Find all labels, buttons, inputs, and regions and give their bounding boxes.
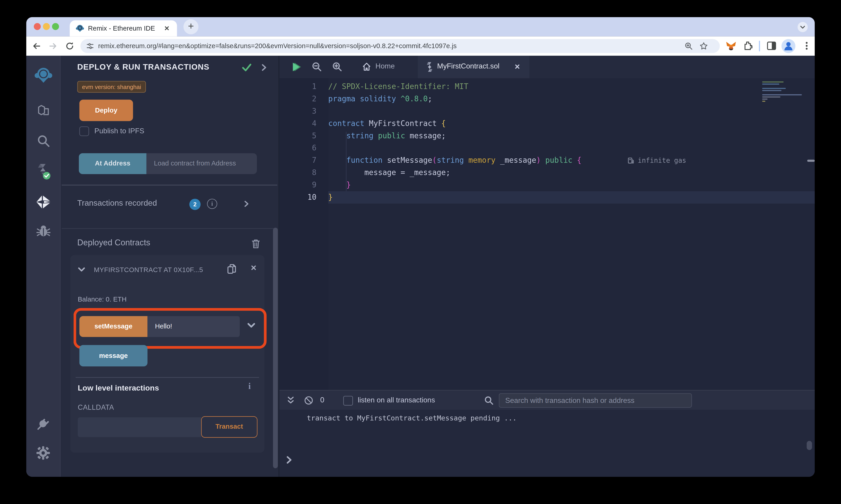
copy-address-icon[interactable] [227,264,237,274]
browser-tab[interactable]: Remix - Ethereum IDE ✕ [70,20,177,36]
minimap[interactable] [762,82,804,103]
load-contract-input[interactable]: Load contract from Address [147,153,257,174]
setmessage-button[interactable]: setMessage [79,316,148,337]
remove-contract-icon[interactable]: ✕ [251,264,257,272]
transactions-recorded-label: Transactions recorded [77,198,157,207]
back-icon[interactable] [32,41,41,51]
run-script-play-icon[interactable] [291,62,302,72]
metamask-extension-icon[interactable] [725,41,736,51]
reload-icon[interactable] [65,41,74,51]
side-panel-icon[interactable] [767,41,777,51]
home-icon [362,62,371,71]
zoom-out-icon[interactable] [312,61,322,72]
settings-gear-icon[interactable] [26,446,60,460]
calldata-input[interactable] [78,417,201,437]
search-icon[interactable] [26,134,60,148]
profile-avatar[interactable] [782,39,795,53]
terminal-output[interactable]: transact to MyFirstContract.setMessage p… [279,410,815,476]
zoom-in-icon[interactable] [332,61,342,72]
low-level-interactions-label: Low level interactions [78,383,159,392]
code-line: 10} [279,191,815,204]
browser-tab-strip: Remix - Ethereum IDE ✕ + [26,17,815,36]
terminal: 0 listen on all transactions Search with… [278,390,815,477]
deploy-run-panel: DEPLOY & RUN TRANSACTIONS evm version: s… [61,56,278,477]
contract-title[interactable]: MYFIRSTCONTRACT AT 0X10F...5 [94,266,223,274]
listen-all-label[interactable]: listen on all transactions [358,396,435,404]
maximize-window-button[interactable] [52,23,59,30]
site-settings-icon[interactable] [86,42,94,50]
line-number: 8 [279,167,316,179]
debugger-icon[interactable] [26,224,60,238]
new-tab-button[interactable]: + [184,19,199,34]
tab-myfirstcontract-label: MyFirstContract.sol [437,62,500,70]
terminal-scrollbar-thumb[interactable] [807,441,812,450]
pending-tx-count: 0 [320,395,324,404]
remix-app: DEPLOY & RUN TRANSACTIONS evm version: s… [26,56,815,477]
browser-menu-icon[interactable] [802,41,811,51]
url-text[interactable]: remix.ethereum.org/#lang=en&optimize=fal… [98,42,457,50]
setmessage-input[interactable]: Hello! [148,316,240,337]
low-level-info-icon[interactable]: i [248,381,251,391]
clear-deployed-trash-icon[interactable] [252,239,260,249]
editor-region: Home MyFirstContract.sol ✕ 1// SPDX-Lice… [278,56,815,390]
solidity-compiler-icon[interactable] [26,163,60,180]
transact-button[interactable]: Transact [201,416,257,438]
tab-close-icon[interactable]: ✕ [514,63,520,71]
browser-toolbar: remix.ethereum.org/#lang=en&optimize=fal… [26,37,815,56]
calldata-label: CALLDATA [78,403,114,411]
transactions-info-icon[interactable]: i [207,199,217,209]
message-button[interactable]: message [79,345,148,366]
solidity-file-icon [425,61,434,72]
terminal-log-line: transact to MyFirstContract.setMessage p… [307,414,516,422]
line-number: 2 [279,93,316,105]
tab-close-icon[interactable]: ✕ [164,25,170,32]
publish-ipfs-label[interactable]: Publish to IPFS [95,127,144,135]
listen-all-checkbox[interactable] [343,396,353,406]
deploy-button[interactable]: Deploy [79,100,133,121]
panel-scrollbar-thumb[interactable] [273,228,278,468]
line-number: 7 [279,154,316,167]
extensions-puzzle-icon[interactable] [743,41,753,51]
transactions-expand-chevron-icon[interactable] [244,200,249,208]
deployed-contracts-label: Deployed Contracts [77,238,150,248]
zoom-page-icon[interactable] [684,42,693,51]
setmessage-expand-chevron-icon[interactable] [247,323,255,328]
code-line: 2pragma solidity ^0.8.0; [279,93,815,105]
url-bar[interactable]: remix.ethereum.org/#lang=en&optimize=fal… [81,39,720,53]
clear-console-icon[interactable] [304,396,313,405]
terminal-search-icon [484,396,493,405]
close-window-button[interactable] [34,23,41,30]
panel-expand-chevron-icon[interactable] [261,64,267,71]
card-divider [76,377,259,378]
remix-logo-icon[interactable] [26,67,60,85]
plugin-manager-icon[interactable] [26,416,60,431]
deploy-and-run-icon[interactable] [26,194,60,210]
panel-divider [62,228,277,229]
publish-ipfs-checkbox[interactable] [79,126,89,136]
tab-myfirstcontract[interactable]: MyFirstContract.sol ✕ [418,56,529,78]
code-line: 5 string public message; [279,130,815,142]
contract-collapse-chevron-icon[interactable] [78,267,85,272]
editor-scrollbar-marker[interactable] [807,160,815,162]
transactions-count-badge: 2 [189,199,201,210]
code-line: 7 function setMessage(string memory _mes… [279,154,815,167]
line-number: 9 [279,179,316,191]
deployed-contract-card: MYFIRSTCONTRACT AT 0X10F...5 ✕ Balance: … [70,255,264,453]
collapse-terminal-icon[interactable] [287,396,295,404]
code-area[interactable]: 1// SPDX-License-Identifier: MIT2pragma … [279,78,815,390]
terminal-prompt-icon[interactable] [286,456,292,464]
at-address-button[interactable]: At Address [79,153,147,174]
gas-estimate-annotation: infinite gas [628,154,686,167]
bookmark-star-icon[interactable] [699,42,708,51]
terminal-search-input[interactable]: Search with transaction hash or address [499,393,692,408]
panel-success-check-icon [242,63,252,72]
forward-icon[interactable] [48,41,58,51]
code-line: 6 [279,142,815,154]
minimize-window-button[interactable] [43,23,50,30]
code-line: 3 [279,105,815,117]
tab-home[interactable]: Home [351,56,418,78]
tab-search-chevron-icon[interactable] [797,21,808,33]
icon-rail [26,56,61,477]
file-explorer-icon[interactable] [26,104,60,118]
code-line: 8 message = _message; [279,167,815,179]
